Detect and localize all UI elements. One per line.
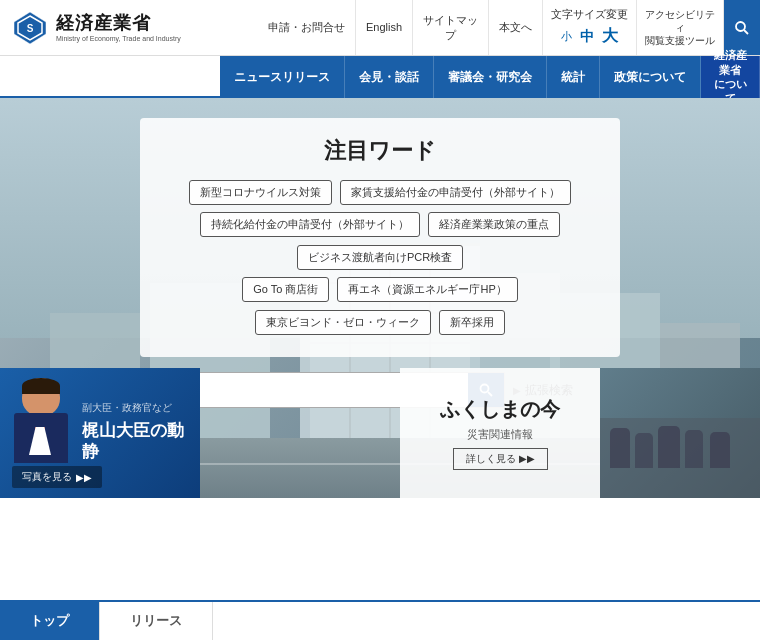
keyword-tokyo[interactable]: 東京ビヨンド・ゼロ・ウィーク (255, 310, 431, 335)
logo-area[interactable]: S 経済産業省 Ministry of Economy, Trade and I… (0, 0, 220, 55)
tab-release[interactable]: リリース (100, 602, 213, 640)
nav-meeting[interactable]: 会見・談話 (345, 56, 434, 98)
bottom-tabs: トップ リリース (0, 600, 760, 640)
logo-main-text: 経済産業省 (56, 11, 181, 35)
spotlight-title: 注目ワード (164, 136, 596, 166)
nav-english[interactable]: English (356, 0, 413, 55)
fukushima-detail-link[interactable]: 詳しく見る ▶▶ (453, 448, 548, 470)
fukushima-card[interactable]: ふくしまの今 災害関連情報 詳しく見る ▶▶ (400, 368, 600, 498)
nav-sitemap[interactable]: サイトマッ プ (413, 0, 489, 55)
keyword-shinsotsu[interactable]: 新卒採用 (439, 310, 505, 335)
keyword-row-1: 新型コロナウイルス対策 家賃支援給付金の申請受付（外部サイト） (189, 180, 571, 205)
minister-subtitle: 副大臣・政務官など (82, 401, 188, 415)
minister-text-block: 副大臣・政務官など 梶山大臣の動静 (12, 401, 188, 462)
top-nav-links: 申請・お問合せ English サイトマッ プ 本文へ 文字サイズ変更 小 中 … (220, 0, 760, 55)
minister-title: 梶山大臣の動静 (82, 421, 188, 462)
ministry-logo-icon: S (12, 10, 48, 46)
svg-line-4 (744, 30, 748, 34)
keyword-grid: 新型コロナウイルス対策 家賃支援給付金の申請受付（外部サイト） 持続化給付金の申… (164, 180, 596, 335)
fukushima-subtitle: 災害関連情報 (467, 427, 533, 442)
font-size-group: 文字サイズ変更 小 中 大 (543, 0, 637, 55)
tab-top[interactable]: トップ (0, 602, 100, 640)
font-small-btn[interactable]: 小 (558, 25, 575, 48)
top-search-button[interactable] (724, 0, 760, 55)
font-size-label: 文字サイズ変更 (551, 7, 628, 22)
fukushima-photo (600, 368, 760, 498)
bottom-cards: 副大臣・政務官など 梶山大臣の動静 写真を見る ▶▶ ふくしまの今 災害関連情報… (0, 368, 760, 498)
nav-policy[interactable]: 政策について (600, 56, 701, 98)
keyword-yachin[interactable]: 家賃支援給付金の申請受付（外部サイト） (340, 180, 571, 205)
keyword-jizoku[interactable]: 持続化給付金の申請受付（外部サイト） (200, 212, 420, 237)
font-medium-btn[interactable]: 中 (577, 25, 597, 48)
top-nav: S 経済産業省 Ministry of Economy, Trade and I… (0, 0, 760, 56)
minister-card[interactable]: 副大臣・政務官など 梶山大臣の動静 写真を見る ▶▶ (0, 368, 200, 498)
nav-contact[interactable]: 申請・お問合せ (258, 0, 356, 55)
keyword-goto[interactable]: Go To 商店街 (242, 277, 329, 302)
keyword-ene[interactable]: 再エネ（資源エネルギー庁HP） (337, 277, 517, 302)
logo-sub-text: Ministry of Economy, Trade and Industry (56, 35, 181, 43)
nav-news-release[interactable]: ニュースリリース (220, 56, 345, 98)
nav-about[interactable]: 経済産業省 について (701, 56, 760, 98)
keyword-pcr[interactable]: ビジネス渡航者向けPCR検査 (297, 245, 463, 270)
accessibility-group[interactable]: アクセシビリティ 閲覧支援ツール (637, 0, 724, 55)
main-nav: ニュースリリース 会見・談話 審議会・研究会 統計 政策について 経済産業省 に… (0, 56, 760, 98)
svg-point-3 (736, 22, 745, 31)
search-icon (734, 20, 750, 36)
minister-photo-link[interactable]: 写真を見る ▶▶ (12, 466, 102, 488)
spotlight-box: 注目ワード 新型コロナウイルス対策 家賃支援給付金の申請受付（外部サイト） 持続… (140, 118, 620, 357)
nav-committee[interactable]: 審議会・研究会 (434, 56, 547, 98)
nav-stats[interactable]: 統計 (547, 56, 600, 98)
keyword-corona[interactable]: 新型コロナウイルス対策 (189, 180, 332, 205)
keyword-row-2: 持続化給付金の申請受付（外部サイト） 経済産業業政策の重点 ビジネス渡航者向けP… (164, 212, 596, 270)
svg-text:S: S (27, 23, 34, 34)
fukushima-title: ふくしまの今 (440, 397, 560, 421)
nav-honbun[interactable]: 本文へ (489, 0, 543, 55)
keyword-row-3: Go To 商店街 再エネ（資源エネルギー庁HP） 東京ビヨンド・ゼロ・ウィーク… (164, 277, 596, 335)
font-large-btn[interactable]: 大 (599, 25, 621, 48)
keyword-keizai[interactable]: 経済産業業政策の重点 (428, 212, 560, 237)
hero-section: 注目ワード 新型コロナウイルス対策 家賃支援給付金の申請受付（外部サイト） 持続… (0, 98, 760, 498)
